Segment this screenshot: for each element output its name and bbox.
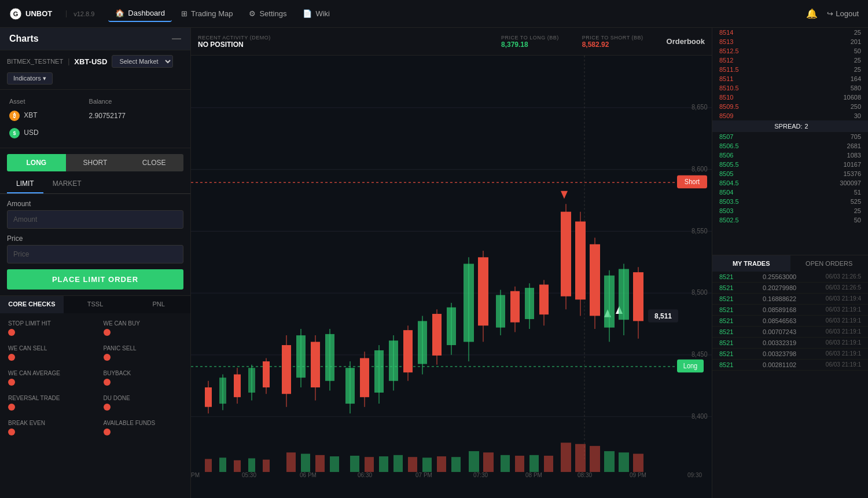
price-label: Price <box>7 235 183 243</box>
check-buyback: BUYBACK <box>95 365 191 390</box>
check-available-funds: AVAILABLE FUNDS <box>95 415 191 440</box>
ask-row-3: 8512 25 <box>712 56 868 65</box>
candlestick-chart: 8,650 8,600 8,550 8,500 8,450 8,400 Shor… <box>191 56 712 498</box>
check-dot-reversal-trade <box>8 404 15 411</box>
app-version: v12.8.9 <box>66 10 94 17</box>
svg-rect-105 <box>501 455 510 472</box>
dashboard-icon: 🏠 <box>115 9 124 17</box>
price-short-block: PRICE TO SHORT (BB) 8,582.92 <box>582 35 643 49</box>
bid-row-1: 8506.5 2681 <box>712 141 868 151</box>
svg-rect-70 <box>561 212 571 296</box>
app-logo: G UNBOT <box>9 8 52 20</box>
tab-my-trades[interactable]: MY TRADES <box>712 255 790 272</box>
svg-rect-72 <box>575 222 586 300</box>
amount-label: Amount <box>7 200 183 208</box>
bid-row-4: 8505 15376 <box>712 169 868 178</box>
app-name: UNBOT <box>25 9 52 18</box>
svg-rect-43 <box>360 358 369 397</box>
nav-trading-map[interactable]: ⊞ Trading Map <box>174 5 240 22</box>
svg-rect-98 <box>393 455 403 472</box>
short-button[interactable]: SHORT <box>66 154 125 171</box>
svg-rect-101 <box>437 456 446 472</box>
check-dot-panic-sell <box>104 354 111 361</box>
svg-rect-41 <box>345 368 355 404</box>
svg-rect-91 <box>286 452 296 472</box>
bid-row-0: 8507 705 <box>712 132 868 141</box>
trades-list: 8521 0.25563000 06/03 21:26:5 8521 0.202… <box>712 272 868 499</box>
svg-text:06 PM: 06 PM <box>300 471 317 478</box>
order-type-tabs: LIMIT MARKET <box>0 175 190 194</box>
spread-label: SPREAD: <box>774 123 802 130</box>
center-right: RECENT ACTIVITY (DEMO) NO POSITION PRICE… <box>191 28 868 498</box>
orderbook-title: Orderbook <box>667 37 705 46</box>
tab-market[interactable]: MARKET <box>43 175 91 193</box>
tab-limit[interactable]: LIMIT <box>7 175 43 193</box>
order-buttons: LONG SHORT CLOSE <box>0 148 190 175</box>
svg-rect-96 <box>365 457 374 472</box>
svg-text:06:30: 06:30 <box>358 471 372 478</box>
market-select[interactable]: Select Market <box>112 55 173 68</box>
main-layout: Charts — BITMEX_TESTNET | XBT-USD Select… <box>0 28 868 498</box>
bid-rows: 8507 705 8506.5 2681 8506 1083 8505.5 10… <box>712 132 868 225</box>
ask-row-8: 8509.5 250 <box>712 102 868 111</box>
asset-col-header: Asset <box>7 96 87 107</box>
svg-text:8,500: 8,500 <box>692 288 708 296</box>
logout-button[interactable]: ↪ Logout <box>827 9 859 18</box>
nav-dashboard[interactable]: 🏠 Dashboard <box>108 5 172 22</box>
svg-rect-37 <box>311 342 320 387</box>
price-short-value: 8,582.92 <box>582 41 643 49</box>
charts-close-icon[interactable]: — <box>172 34 181 44</box>
svg-rect-47 <box>389 340 398 381</box>
svg-rect-95 <box>350 456 359 472</box>
svg-rect-75 <box>590 244 600 316</box>
check-dot-we-can-buy <box>104 329 111 336</box>
nav-wiki[interactable]: 📄 Wiki <box>296 5 337 22</box>
check-we-can-buy: WE CAN BUY <box>95 316 191 340</box>
svg-rect-90 <box>263 460 270 472</box>
tab-tssl[interactable]: TSSL <box>64 296 127 313</box>
tab-core-checks[interactable]: CORE CHECKS <box>0 296 64 313</box>
svg-rect-59 <box>478 257 488 325</box>
svg-rect-25 <box>219 378 226 404</box>
check-du-done: DU DONE <box>95 390 191 415</box>
long-button[interactable]: LONG <box>7 154 66 171</box>
trade-row-8: 8521 0.00281102 06/03 21:19:1 <box>712 360 868 371</box>
check-reversal-trade: REVERSAL TRADE <box>0 390 95 415</box>
usd-icon: $ <box>9 128 20 138</box>
check-dot-break-even <box>8 429 15 435</box>
activity-label: RECENT ACTIVITY (DEMO) <box>198 35 271 41</box>
btc-icon: ₿ <box>9 111 20 121</box>
check-dot-du-done <box>104 404 111 411</box>
nav-settings[interactable]: ⚙ Settings <box>242 5 293 22</box>
checks-grid: STOP LIMIT HIT WE CAN BUY WE CAN SELL PA… <box>0 313 190 442</box>
svg-text:Long: Long <box>683 362 697 370</box>
check-stop-limit-hit: STOP LIMIT HIT <box>0 316 95 340</box>
tab-pnl[interactable]: PNL <box>127 296 190 313</box>
amount-input[interactable] <box>7 210 183 229</box>
ask-row-0: 8514 25 <box>712 28 868 37</box>
svg-rect-35 <box>296 335 306 378</box>
ask-row-1: 8513 201 <box>712 37 868 46</box>
place-order-button[interactable]: PLACE LIMIT ORDER <box>7 269 183 290</box>
svg-rect-102 <box>451 457 461 472</box>
svg-rect-97 <box>379 456 388 472</box>
svg-text:07 PM: 07 PM <box>415 471 432 478</box>
close-button[interactable]: CLOSE <box>124 154 183 171</box>
trading-pair: XBT-USD <box>74 57 107 66</box>
trade-row-5: 8521 0.00707243 06/03 21:19:1 <box>712 327 868 338</box>
svg-rect-100 <box>422 457 432 472</box>
notification-bell-icon[interactable]: 🔔 <box>806 8 818 19</box>
svg-text:8,450: 8,450 <box>692 350 708 358</box>
logo-icon: G <box>9 8 22 20</box>
top-navigation: G UNBOT v12.8.9 🏠 Dashboard ⊞ Trading Ma… <box>0 0 868 28</box>
svg-rect-112 <box>604 451 615 472</box>
svg-rect-53 <box>432 314 442 356</box>
svg-text:8,550: 8,550 <box>692 226 708 235</box>
tab-open-orders[interactable]: OPEN ORDERS <box>790 255 869 272</box>
svg-rect-81 <box>619 269 629 320</box>
check-we-can-sell: WE CAN SELL <box>0 340 95 365</box>
price-input[interactable] <box>7 245 183 263</box>
left-panel: Charts — BITMEX_TESTNET | XBT-USD Select… <box>0 28 191 498</box>
indicators-button[interactable]: Indicators ▾ <box>7 72 53 85</box>
trading-subheader: BITMEX_TESTNET | XBT-USD Select Market I… <box>0 50 190 90</box>
